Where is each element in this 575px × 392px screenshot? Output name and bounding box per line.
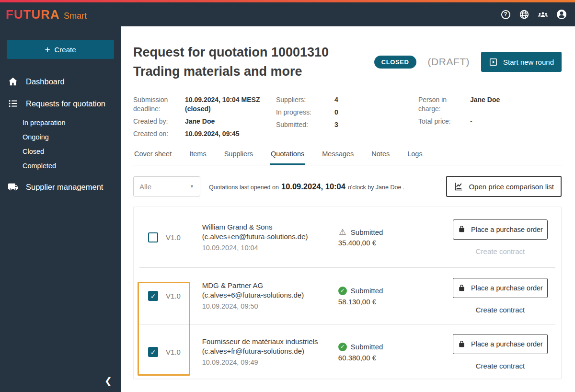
meta-label: Created by: [133, 117, 185, 126]
rfq-sub-items: In preparation Ongoing Closed Completed [0, 115, 121, 173]
globe-icon[interactable] [518, 9, 530, 20]
app-logo[interactable]: FUTURA Smart [6, 7, 87, 22]
quotation-amount: 60.380,00 € [338, 354, 453, 362]
sidebar-collapse-chevron[interactable]: ❮ [104, 375, 112, 386]
play-box-icon [489, 58, 498, 67]
quotation-row: ✓ V1.0 Fournisseur de matériaux industri… [134, 324, 561, 380]
truck-icon [8, 182, 18, 192]
meta-row: Created on: 10.09.2024, 09:45 [133, 129, 276, 138]
page-title-line1: Request for quotation 10001310 [133, 43, 329, 62]
filter-selected-value: Alle [139, 183, 151, 191]
bag-icon [458, 225, 466, 233]
supplier-email: (c.alves+6@futura-solutions.de) [202, 290, 329, 300]
supplier-info: Fournisseur de matériaux industriels (c.… [202, 337, 329, 367]
status-badge: CLOSED [374, 56, 416, 69]
sidebar-subitem-in-preparation[interactable]: In preparation [0, 115, 121, 130]
sidebar-item-dashboard[interactable]: Dashboard [0, 70, 121, 92]
tab-messages[interactable]: Messages [321, 146, 355, 165]
line-chart-icon [454, 182, 463, 191]
create-contract-link[interactable]: Create contract [476, 362, 525, 370]
quotation-version: V1.0 [166, 348, 202, 356]
tab-logs[interactable]: Logs [406, 146, 423, 165]
start-new-round-label: Start new round [503, 58, 554, 66]
page-header: Request for quotation 10001310 Trading m… [133, 43, 562, 81]
quotation-row: ✓ V1.0 MDG & Partner AG (c.alves+6@futur… [134, 268, 561, 324]
supplier-name: Fournisseur de matériaux industriels [202, 337, 329, 346]
topbar-icons: ? [500, 9, 567, 20]
create-contract-link[interactable]: Create contract [476, 247, 525, 255]
place-purchase-order-label: Place a purchase order [471, 284, 543, 292]
status-label: Submitted [351, 287, 383, 295]
open-price-comparison-button[interactable]: Open price comparison list [446, 176, 562, 197]
meta-value: Jane Doe [185, 117, 270, 126]
sidebar-subitem-completed[interactable]: Completed [0, 159, 121, 173]
tab-suppliers[interactable]: Suppliers [223, 146, 254, 165]
quotation-version: V1.0 [166, 233, 202, 242]
meta-label: Submitted: [276, 120, 334, 129]
tab-items[interactable]: Items [188, 146, 207, 165]
check-circle-icon [338, 343, 347, 351]
row-checkbox[interactable]: ✓ [148, 291, 158, 301]
plus-icon: + [45, 45, 50, 54]
meta-row: Submitted: 3 [276, 120, 418, 129]
users-group-icon[interactable] [537, 9, 549, 20]
create-contract-link[interactable]: Create contract [476, 306, 525, 314]
supplier-info: MDG & Partner AG (c.alves+6@futura-solut… [202, 281, 329, 311]
sidebar-item-supplier-management[interactable]: Supplier management [0, 176, 121, 198]
place-purchase-order-button[interactable]: Place a purchase order [453, 278, 548, 298]
supplier-name: MDG & Partner AG [202, 281, 329, 290]
meta-label: Submission deadline: [133, 95, 185, 114]
sidebar-nav: Dashboard Requests for quotation In prep… [0, 70, 121, 198]
quotation-date: 10.09.2024, 09:50 [202, 301, 329, 311]
note-suffix: o'clock by Jane Doe . [348, 184, 404, 191]
chevron-down-icon: ▼ [190, 184, 194, 189]
meta-column-counts: Suppliers: 4 In progress: 0 Submitted: 3 [276, 95, 418, 138]
quotation-version: V1.0 [166, 292, 202, 300]
meta-value: - [470, 117, 472, 126]
sidebar-item-label: Requests for quotation [26, 99, 105, 108]
tab-quotations[interactable]: Quotations [270, 146, 305, 165]
sidebar-subitem-ongoing[interactable]: Ongoing [0, 130, 121, 144]
tab-notes[interactable]: Notes [370, 146, 391, 165]
supplier-email: (c.alves+fr@futura-solutions.de) [202, 346, 329, 356]
help-icon[interactable]: ? [500, 9, 511, 20]
tab-cover-sheet[interactable]: Cover sheet [133, 146, 172, 165]
meta-label: In progress: [276, 108, 334, 117]
supplier-email: (c.alves+en@futura-solutions.de) [202, 232, 329, 242]
meta-row: Created by: Jane Doe [133, 117, 276, 126]
place-purchase-order-button[interactable]: Place a purchase order [453, 334, 548, 354]
start-new-round-button[interactable]: Start new round [481, 52, 562, 72]
warning-icon [338, 228, 347, 236]
meta-label: Suppliers: [276, 95, 334, 104]
account-avatar-icon[interactable] [556, 9, 567, 20]
quotation-amount: 35.400,00 € [338, 239, 453, 247]
note-date: 10.09.2024, 10:04 [281, 182, 345, 191]
row-checkbox[interactable]: ✓ [148, 232, 158, 242]
row-actions: Place a purchase order Create contract [453, 334, 548, 370]
page-title-line2: Trading materials and more [133, 62, 329, 81]
status-label: Submitted [351, 343, 383, 351]
sidebar-item-requests-for-quotation[interactable]: Requests for quotation [0, 92, 121, 115]
quotation-status: Submitted 58.130,00 € [338, 287, 453, 306]
quotation-date: 10.09.2024, 10:04 [202, 243, 329, 253]
sidebar-subitem-closed[interactable]: Closed [0, 144, 121, 159]
filter-row: Alle ▼ Quotations last opened on 10.09.2… [133, 176, 562, 197]
row-checkbox[interactable]: ✓ [148, 347, 158, 357]
quotation-filter-select[interactable]: Alle ▼ [133, 176, 200, 196]
home-icon [8, 76, 18, 87]
draft-label: (DRAFT) [428, 56, 470, 68]
create-button[interactable]: + Create [7, 40, 114, 59]
quotations-card: ✓ V1.0 William Grand & Sons (c.alves+en@… [133, 207, 562, 379]
place-purchase-order-label: Place a purchase order [471, 226, 543, 233]
page-title: Request for quotation 10001310 Trading m… [133, 43, 329, 81]
sidebar-item-label: Supplier management [26, 183, 103, 192]
row-actions: Place a purchase order Create contract [453, 219, 548, 255]
meta-column-dates: Submission deadline: 10.09.2024, 10:04 M… [133, 95, 276, 138]
place-purchase-order-button[interactable]: Place a purchase order [453, 219, 548, 240]
row-actions: Place a purchase order Create contract [453, 278, 548, 314]
meta-row: Person in charge: Jane Doe [418, 95, 557, 114]
meta-row: Total price: - [418, 117, 557, 126]
place-purchase-order-label: Place a purchase order [471, 340, 543, 348]
bag-icon [458, 340, 466, 348]
meta-row: In progress: 0 [276, 108, 418, 117]
